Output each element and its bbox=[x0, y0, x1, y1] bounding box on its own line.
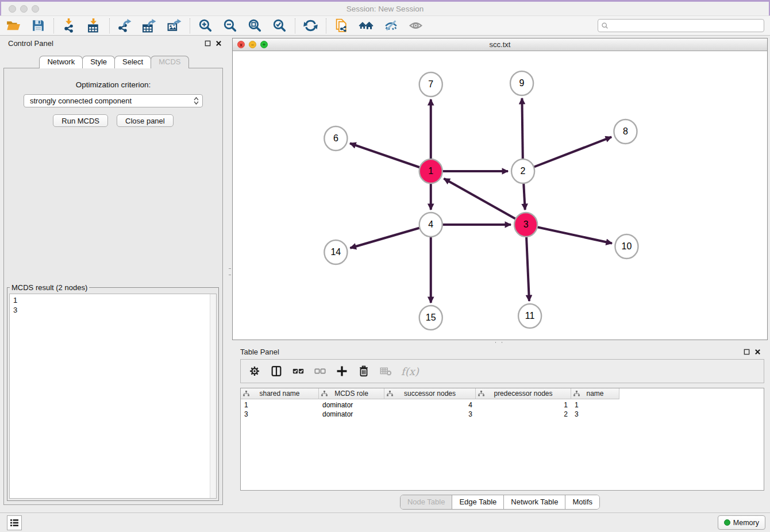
svg-text:8: 8 bbox=[623, 127, 628, 137]
column-header-MCDS-role[interactable]: MCDS role bbox=[319, 388, 384, 399]
network-window-title: scc.txt bbox=[233, 40, 767, 49]
run-mcds-button[interactable]: Run MCDS bbox=[53, 114, 108, 127]
close-panel-icon[interactable] bbox=[215, 40, 222, 47]
column-header-name[interactable]: name bbox=[571, 388, 619, 399]
column-header-successor-nodes[interactable]: successor nodes bbox=[384, 388, 476, 399]
graph-node-3[interactable]: 3 bbox=[514, 213, 537, 237]
fx-icon[interactable]: f(x) bbox=[401, 365, 419, 377]
criterion-select[interactable]: strongly connected component bbox=[24, 94, 203, 107]
graph-edge-3-10[interactable] bbox=[526, 225, 612, 243]
svg-text:9: 9 bbox=[519, 79, 525, 88]
graph-edge-1-6[interactable] bbox=[350, 143, 431, 171]
table-cell: 1 bbox=[241, 401, 319, 409]
table-row[interactable]: 1dominator411 bbox=[241, 400, 764, 410]
document-share-icon[interactable] bbox=[329, 17, 354, 34]
task-history-button[interactable] bbox=[7, 515, 22, 530]
tab-select[interactable]: Select bbox=[114, 56, 151, 68]
gear-icon[interactable] bbox=[248, 365, 261, 377]
table-cell: 2 bbox=[476, 410, 571, 418]
grid-delete-icon[interactable] bbox=[379, 365, 392, 377]
svg-text:6: 6 bbox=[333, 134, 338, 144]
graph-node-11[interactable]: 11 bbox=[518, 304, 541, 328]
graph-edge-2-8[interactable] bbox=[523, 137, 611, 171]
network-canvas[interactable]: 7968124314101511 bbox=[233, 51, 767, 340]
table-row[interactable]: 3dominator323 bbox=[241, 410, 764, 419]
svg-text:11: 11 bbox=[525, 311, 535, 321]
tab-node-table[interactable]: Node Table bbox=[401, 495, 452, 509]
memory-button[interactable]: Memory bbox=[718, 515, 765, 530]
eye-slash-icon[interactable] bbox=[379, 17, 403, 34]
column-header-predecessor-nodes[interactable]: predecessor nodes bbox=[476, 388, 571, 399]
svg-text:14: 14 bbox=[330, 248, 341, 257]
toolbar-separator bbox=[295, 18, 295, 33]
mcds-result-title: MCDS result (2 nodes) bbox=[10, 283, 89, 292]
checkbox-checked-icon[interactable] bbox=[292, 365, 305, 377]
horizontal-splitter[interactable] bbox=[232, 340, 768, 345]
column-header-shared-name[interactable]: shared name bbox=[241, 388, 319, 399]
mcds-result-text[interactable]: 1 3 bbox=[10, 294, 209, 498]
mcds-result-group: MCDS result (2 nodes) 1 3 bbox=[7, 283, 219, 501]
close-panel-button[interactable]: Close panel bbox=[117, 114, 174, 127]
tab-edge-table[interactable]: Edge Table bbox=[452, 495, 503, 509]
search-input[interactable] bbox=[598, 19, 764, 32]
main-toolbar bbox=[0, 16, 770, 36]
graph-node-7[interactable]: 7 bbox=[419, 72, 442, 97]
float-panel-icon[interactable] bbox=[205, 40, 211, 47]
zoom-selected-icon[interactable] bbox=[267, 17, 292, 34]
vertical-splitter[interactable] bbox=[228, 36, 232, 512]
float-table-panel-icon[interactable] bbox=[744, 349, 750, 355]
graph-node-15[interactable]: 15 bbox=[419, 306, 442, 330]
graph-node-10[interactable]: 10 bbox=[615, 234, 638, 259]
graph-node-6[interactable]: 6 bbox=[324, 126, 347, 151]
close-table-panel-icon[interactable] bbox=[754, 349, 761, 355]
graph-node-2[interactable]: 2 bbox=[511, 159, 534, 183]
columns-icon[interactable] bbox=[270, 365, 283, 377]
svg-text:10: 10 bbox=[622, 242, 632, 252]
export-image-icon[interactable] bbox=[162, 17, 187, 34]
refresh-icon[interactable] bbox=[298, 17, 323, 34]
window-title: Session: New Session bbox=[0, 5, 770, 13]
eye-icon[interactable] bbox=[403, 17, 428, 34]
tab-motifs[interactable]: Motifs bbox=[565, 495, 599, 509]
tab-mcds[interactable]: MCDS bbox=[151, 56, 188, 68]
tab-network[interactable]: Network bbox=[39, 56, 83, 68]
open-session-icon[interactable] bbox=[1, 17, 26, 34]
table-cell: 1 bbox=[476, 401, 571, 409]
svg-text:3: 3 bbox=[523, 220, 529, 230]
network-window-titlebar: x − + scc.txt bbox=[233, 38, 767, 51]
tab-network-table[interactable]: Network Table bbox=[503, 495, 565, 509]
result-scrollbar[interactable] bbox=[210, 294, 216, 498]
graph-node-14[interactable]: 14 bbox=[324, 240, 347, 264]
table-cell: 4 bbox=[384, 401, 476, 409]
houses-icon[interactable] bbox=[354, 17, 379, 34]
zoom-out-icon[interactable] bbox=[218, 17, 242, 34]
plus-icon[interactable] bbox=[336, 365, 348, 377]
table-panel: Table Panel f(x) shared nameMCDS rolesuc… bbox=[232, 345, 768, 511]
export-table-icon[interactable] bbox=[137, 17, 162, 34]
table-tabs: Node TableEdge TableNetwork TableMotifs bbox=[400, 495, 600, 510]
svg-text:4: 4 bbox=[428, 220, 433, 230]
import-table-icon[interactable] bbox=[82, 17, 106, 34]
graph-edge-4-14[interactable] bbox=[350, 225, 430, 248]
graph-node-4[interactable]: 4 bbox=[419, 213, 442, 237]
node-table: shared nameMCDS rolesuccessor nodesprede… bbox=[240, 388, 764, 491]
control-panel-tabs: NetworkStyleSelectMCDS bbox=[0, 56, 228, 68]
graph-edge-3-1[interactable] bbox=[444, 179, 526, 225]
tab-style[interactable]: Style bbox=[82, 56, 115, 68]
export-network-icon[interactable] bbox=[113, 17, 137, 34]
status-bar: Memory bbox=[0, 512, 770, 532]
checkbox-unchecked-icon[interactable] bbox=[314, 365, 326, 377]
zoom-in-icon[interactable] bbox=[193, 17, 218, 34]
toolbar-separator bbox=[53, 18, 54, 33]
graph-node-1[interactable]: 1 bbox=[419, 159, 442, 183]
zoom-fit-icon[interactable] bbox=[242, 17, 267, 34]
graph-node-8[interactable]: 8 bbox=[614, 119, 637, 144]
graph-node-9[interactable]: 9 bbox=[510, 71, 533, 95]
control-panel: Control Panel NetworkStyleSelectMCDS Opt… bbox=[0, 36, 228, 512]
save-session-icon[interactable] bbox=[26, 17, 51, 34]
table-cell: dominator bbox=[319, 401, 384, 409]
trash-icon[interactable] bbox=[357, 365, 370, 377]
table-panel-title: Table Panel bbox=[240, 348, 744, 356]
toolbar-separator bbox=[190, 18, 190, 33]
import-network-icon[interactable] bbox=[57, 17, 82, 34]
